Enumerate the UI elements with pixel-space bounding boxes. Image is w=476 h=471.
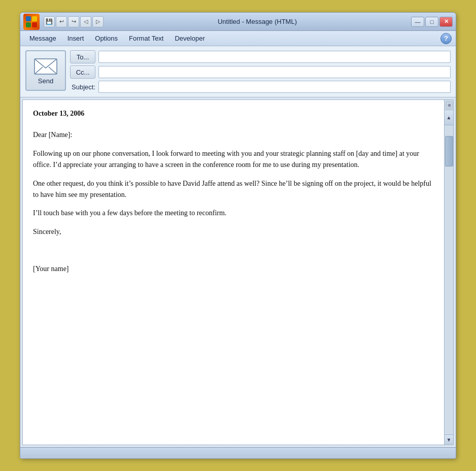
scroll-icon: ⊞ [445, 100, 454, 110]
office-logo [23, 14, 40, 30]
email-header: Send To... Cc... Subject: [20, 46, 456, 97]
email-body-wrapper: October 13, 2006 Dear [Name]: Following … [20, 97, 456, 447]
send-label: Send [38, 77, 53, 85]
svg-text:⊞: ⊞ [447, 103, 451, 108]
email-closing: Sincerely, [33, 226, 434, 238]
scroll-track [445, 125, 454, 434]
menu-bar: Message Insert Options Format Text Devel… [20, 31, 456, 46]
back-button[interactable]: ◁ [80, 16, 91, 27]
title-bar: 💾 ↩ ↪ ◁ ▷ Untitled - Message (HTML) — □ … [20, 13, 456, 31]
email-paragraph1: Following up on our phone conversation, … [33, 148, 434, 171]
status-bar [20, 447, 456, 458]
help-button[interactable]: ? [440, 33, 452, 44]
scroll-down-button[interactable]: ▼ [445, 434, 454, 445]
menu-format-text[interactable]: Format Text [124, 32, 168, 44]
cc-input[interactable] [98, 66, 451, 78]
save-button[interactable]: 💾 [44, 16, 55, 27]
email-signature: [Your name] [33, 263, 434, 275]
scrollbar: ⊞ ▲ ▼ [444, 100, 453, 445]
email-date: October 13, 2006 [33, 108, 434, 119]
menu-insert[interactable]: Insert [62, 32, 89, 44]
menu-message[interactable]: Message [24, 32, 61, 44]
quick-access-toolbar: 💾 ↩ ↪ ◁ ▷ [44, 16, 104, 27]
subject-input[interactable] [98, 81, 451, 93]
send-button[interactable]: Send [25, 50, 66, 91]
minimize-button[interactable]: — [411, 17, 424, 27]
scroll-thumb[interactable] [445, 136, 453, 166]
scroll-up-button[interactable]: ▲ [445, 110, 454, 125]
to-button[interactable]: To... [70, 50, 95, 63]
email-salutation: Dear [Name]: [33, 129, 434, 141]
to-row: To... [70, 50, 451, 63]
subject-label: Subject: [70, 83, 95, 91]
email-paragraph2: One other request, do you think it’s pos… [33, 178, 434, 201]
outlook-window: 💾 ↩ ↪ ◁ ▷ Untitled - Message (HTML) — □ … [20, 12, 456, 459]
menu-options[interactable]: Options [90, 32, 123, 44]
window-title: Untitled - Message (HTML) [106, 18, 409, 25]
email-paragraph3: I’ll touch base with you a few days befo… [33, 208, 434, 219]
to-input[interactable] [98, 51, 451, 63]
redo-button[interactable]: ↪ [68, 16, 79, 27]
undo-button[interactable]: ↩ [56, 16, 67, 27]
close-button[interactable]: ✕ [439, 17, 453, 27]
window-controls: — □ ✕ [411, 17, 453, 27]
email-body[interactable]: October 13, 2006 Dear [Name]: Following … [23, 100, 444, 445]
menu-developer[interactable]: Developer [169, 32, 210, 44]
email-body-container: October 13, 2006 Dear [Name]: Following … [22, 99, 454, 445]
subject-row: Subject: [70, 81, 451, 93]
cc-row: Cc... [70, 65, 451, 79]
cc-button[interactable]: Cc... [70, 65, 95, 79]
maximize-button[interactable]: □ [425, 17, 438, 27]
fields-area: To... Cc... Subject: [70, 50, 451, 93]
forward-button[interactable]: ▷ [92, 16, 104, 27]
send-icon [33, 57, 58, 76]
